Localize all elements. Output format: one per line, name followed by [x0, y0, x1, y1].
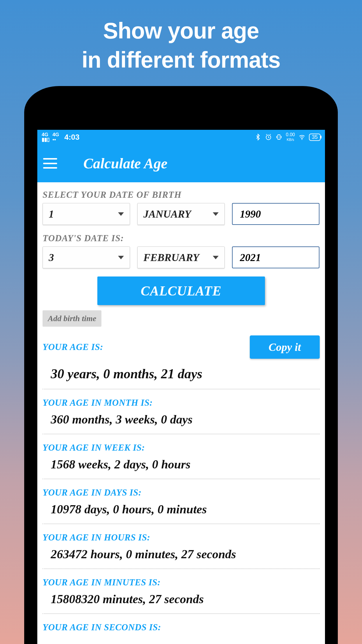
battery-indicator: 35: [309, 134, 321, 141]
age-minutes-label: YOUR AGE IN MINUTES IS:: [43, 577, 320, 588]
phone-screen: 4G▮▮▯ 4G▪▪ 4:03 0.00KB/s: [37, 130, 325, 644]
calculate-button[interactable]: CALCULATE: [97, 276, 265, 305]
data-rate: 0.00KB/s: [286, 132, 295, 142]
divider: [43, 389, 320, 389]
chevron-down-icon: [213, 212, 219, 216]
dob-month-value: JANUARY: [143, 208, 191, 220]
today-year-input[interactable]: 2021: [232, 246, 319, 268]
signal-2: 4G▪▪: [52, 132, 59, 142]
dob-day-dropdown[interactable]: 1: [43, 203, 130, 225]
today-day-value: 3: [49, 251, 54, 264]
svg-point-2: [301, 139, 302, 140]
today-label: TODAY'S DATE IS:: [43, 233, 320, 244]
chevron-down-icon: [118, 212, 124, 216]
divider: [43, 524, 320, 524]
today-month-dropdown[interactable]: FEBRUARY: [137, 246, 225, 268]
age-hours-value: 263472 hours, 0 minutes, 27 seconds: [43, 543, 320, 568]
today-month-value: FEBRUARY: [143, 251, 199, 264]
age-week-value: 1568 weeks, 2 days, 0 hours: [43, 453, 320, 479]
dob-day-value: 1: [49, 208, 54, 220]
age-value: 30 years, 0 months, 21 days: [43, 359, 320, 389]
content: SELECT YOUR DATE OF BIRTH 1 JANUARY 1990…: [37, 182, 325, 633]
promo-title: Show your age in different formats: [0, 0, 362, 74]
promo-line1: Show your age: [103, 18, 259, 43]
vibrate-icon: [275, 134, 282, 141]
age-seconds-label: YOUR AGE IN SECONDS IS:: [43, 622, 320, 633]
divider: [43, 434, 320, 434]
today-row: 3 FEBRUARY 2021: [43, 246, 320, 268]
age-days-value: 10978 days, 0 hours, 0 minutes: [43, 498, 320, 524]
dob-label: SELECT YOUR DATE OF BIRTH: [43, 190, 320, 200]
age-month-label: YOUR AGE IN MONTH IS:: [43, 398, 320, 408]
dob-year-value: 1990: [240, 208, 261, 220]
alarm-icon: [265, 134, 272, 141]
age-week-label: YOUR AGE IN WEEK IS:: [43, 442, 320, 453]
dob-month-dropdown[interactable]: JANUARY: [137, 203, 225, 225]
phone-frame: 4G▮▮▯ 4G▪▪ 4:03 0.00KB/s: [24, 86, 338, 644]
age-month-value: 360 months, 3 weeks, 0 days: [43, 408, 320, 434]
age-days-label: YOUR AGE IN DAYS IS:: [43, 487, 320, 498]
divider: [43, 568, 320, 569]
dob-row: 1 JANUARY 1990: [43, 203, 320, 225]
copy-button[interactable]: Copy it: [250, 335, 320, 359]
app-title: Calculate Age: [83, 155, 167, 172]
menu-icon[interactable]: [43, 158, 57, 169]
status-time: 4:03: [64, 133, 80, 142]
dob-year-input[interactable]: 1990: [232, 203, 319, 225]
promo-line2: in different formats: [82, 47, 280, 72]
chevron-down-icon: [213, 256, 219, 259]
age-hours-label: YOUR AGE IN HOURS IS:: [43, 532, 320, 543]
today-year-value: 2021: [240, 251, 261, 264]
age-minutes-value: 15808320 minutes, 27 seconds: [43, 588, 320, 613]
wifi-icon: [298, 134, 305, 141]
today-day-dropdown[interactable]: 3: [43, 246, 130, 268]
signal-1: 4G▮▮▯: [42, 132, 50, 142]
add-birth-time-button[interactable]: Add birth time: [43, 310, 101, 327]
app-bar: Calculate Age: [37, 144, 325, 182]
svg-rect-1: [278, 135, 280, 139]
divider: [43, 479, 320, 479]
chevron-down-icon: [118, 256, 124, 259]
age-label: YOUR AGE IS:: [43, 342, 103, 352]
bluetooth-icon: [254, 134, 261, 141]
divider: [43, 613, 320, 614]
status-bar: 4G▮▮▯ 4G▪▪ 4:03 0.00KB/s: [37, 130, 325, 144]
